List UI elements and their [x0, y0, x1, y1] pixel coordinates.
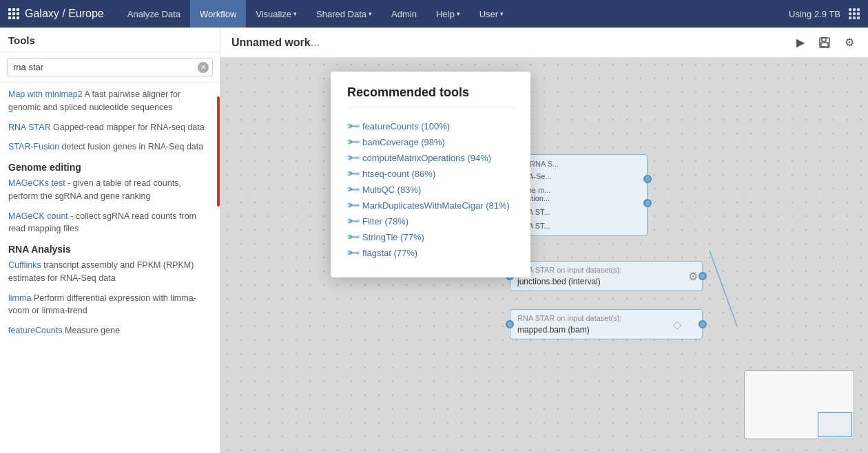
scroll-indicator — [217, 96, 220, 207]
starfusion-link[interactable]: STAR-Fusion — [8, 142, 59, 151]
clear-search-button[interactable]: ✕ — [198, 62, 209, 73]
content-area: Unnamed work... ▶ ⚙ — [220, 28, 868, 453]
cufflinks-link[interactable]: Cufflinks — [8, 260, 41, 270]
tool-item-8: 🔧 flagstat (77%) — [347, 245, 514, 261]
storage-label: Using 2.9 TB — [789, 9, 840, 19]
sidebar-search-container: ✕ — [0, 52, 220, 83]
rna-analysis-section: RNA Analysis — [8, 244, 211, 255]
genome-editing-section: Genome editing — [8, 162, 211, 173]
sidebar-item-featurecounts-sidebar: featureCounts Measure gene — [8, 324, 211, 337]
nav-user[interactable]: User ▾ — [470, 0, 513, 28]
wrench-icon-6: 🔧 — [345, 214, 360, 229]
tool-item-5: 🔧 MarkDuplicatesWithMateCigar (81%) — [347, 198, 514, 213]
main-layout: Tools ✕ Map with minimap2 A fast pairwis… — [0, 28, 868, 453]
visualize-caret: ▾ — [293, 10, 297, 17]
wrench-icon-7: 🔧 — [345, 230, 360, 245]
wrench-icon-3: 🔧 — [345, 167, 360, 182]
tool-link-2[interactable]: computeMatrixOperations (94%) — [362, 153, 491, 163]
sidebar-content: Map with minimap2 A fast pairwise aligne… — [0, 83, 220, 453]
help-caret: ▾ — [457, 10, 460, 17]
magecks-link[interactable]: MAGeCKs test — [8, 178, 65, 188]
user-caret: ▾ — [500, 10, 504, 17]
minimap2-link[interactable]: Map with minimap2 — [8, 89, 83, 99]
workflow-toolbar: Unnamed work... ▶ ⚙ — [220, 28, 868, 58]
tool-link-7[interactable]: StringTie (77%) — [362, 232, 424, 242]
rnastar-link[interactable]: RNA STAR — [8, 123, 51, 132]
modal-overlay: Recommended tools 🔧 featureCounts (100%)… — [220, 58, 868, 453]
tool-link-6[interactable]: Filter (78%) — [362, 216, 409, 226]
svg-rect-1 — [822, 38, 826, 41]
brand[interactable]: Galaxy / Europe — [8, 8, 104, 20]
tool-link-5[interactable]: MarkDuplicatesWithMateCigar (81%) — [362, 200, 510, 211]
brand-text: Galaxy / Europe — [25, 8, 104, 20]
tool-link-1[interactable]: bamCoverage (98%) — [362, 137, 445, 147]
sidebar-item-minimap2: Map with minimap2 A fast pairwise aligne… — [8, 88, 211, 114]
nav-visualize[interactable]: Visualize ▾ — [246, 0, 307, 28]
nav-admin[interactable]: Admin — [382, 0, 426, 28]
recommended-tools-modal: Recommended tools 🔧 featureCounts (100%)… — [331, 72, 530, 277]
shared-data-caret: ▾ — [369, 10, 372, 17]
nav-analyze-data[interactable]: Analyze Data — [118, 0, 190, 28]
workflow-canvas[interactable]: 🔧 RNA S... RNA-Se... Gene m...junction..… — [220, 58, 868, 453]
tool-item-1: 🔧 bamCoverage (98%) — [347, 134, 514, 150]
tool-item-3: 🔧 htseq-count (86%) — [347, 166, 514, 182]
nav-shared-data[interactable]: Shared Data ▾ — [307, 0, 382, 28]
navbar: Galaxy / Europe Analyze Data Workflow Vi… — [0, 0, 868, 28]
apps-icon[interactable] — [849, 8, 860, 19]
tool-item-7: 🔧 StringTie (77%) — [347, 229, 514, 245]
navbar-right: Using 2.9 TB — [789, 8, 860, 19]
tool-item-6: 🔧 Filter (78%) — [347, 213, 514, 229]
modal-title: Recommended tools — [347, 85, 514, 107]
wrench-icon-8: 🔧 — [345, 246, 360, 261]
sidebar-item-mageck-count: MAGeCK count - collect sgRNA read counts… — [8, 210, 211, 236]
tool-link-8[interactable]: flagstat (77%) — [362, 248, 417, 258]
limma-link[interactable]: limma — [8, 293, 31, 303]
wrench-icon-5: 🔧 — [345, 198, 360, 213]
save-button[interactable] — [816, 34, 834, 52]
nav-help[interactable]: Help ▾ — [426, 0, 470, 28]
sidebar-item-starfusion: STAR-Fusion detect fusion genes in RNA-S… — [8, 140, 211, 154]
sidebar-item-cufflinks: Cufflinks transcript assembly and FPKM (… — [8, 259, 211, 285]
sidebar-item-limma: limma Perform differential expression wi… — [8, 292, 211, 318]
mageck-count-link[interactable]: MAGeCK count — [8, 211, 68, 221]
tool-link-4[interactable]: MultiQC (83%) — [362, 185, 421, 195]
sidebar: Tools ✕ Map with minimap2 A fast pairwis… — [0, 28, 220, 453]
grid-icon — [8, 8, 19, 19]
tool-item-0: 🔧 featureCounts (100%) — [347, 118, 514, 134]
svg-rect-2 — [821, 43, 828, 47]
tool-item-4: 🔧 MultiQC (83%) — [347, 182, 514, 198]
run-button[interactable]: ▶ — [794, 33, 807, 52]
wrench-icon-4: 🔧 — [345, 182, 360, 198]
main-nav: Analyze Data Workflow Visualize ▾ Shared… — [118, 0, 789, 28]
wrench-icon-2: 🔧 — [345, 151, 360, 166]
workflow-title: Unnamed work... — [231, 36, 785, 49]
sidebar-item-magecks: MAGeCKs test - given a table of read cou… — [8, 177, 211, 203]
featurecounts-sidebar-link[interactable]: featureCounts — [8, 326, 63, 335]
nav-workflow[interactable]: Workflow — [190, 0, 246, 28]
tool-link-0[interactable]: featureCounts (100%) — [362, 121, 450, 131]
wrench-icon-0: 🔧 — [345, 119, 360, 134]
wrench-icon-1: 🔧 — [345, 135, 360, 150]
sidebar-item-rnastar: RNA STAR Gapped-read mapper for RNA-seq … — [8, 121, 211, 134]
settings-button[interactable]: ⚙ — [842, 33, 857, 52]
tool-link-3[interactable]: htseq-count (86%) — [362, 169, 435, 179]
search-input[interactable] — [7, 58, 213, 76]
sidebar-title: Tools — [0, 28, 220, 52]
tool-item-2: 🔧 computeMatrixOperations (94%) — [347, 150, 514, 166]
